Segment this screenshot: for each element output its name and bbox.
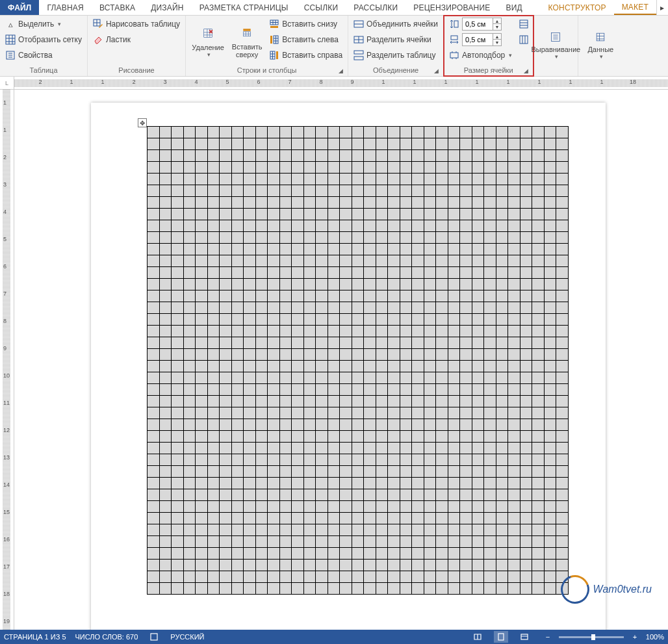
table-cell[interactable] [352,267,364,279]
table-cell[interactable] [544,255,556,267]
table-cell[interactable] [532,407,545,419]
table-cell[interactable] [448,466,460,478]
table-cell[interactable] [196,443,208,454]
table-cell[interactable] [520,372,532,384]
table-cell[interactable] [207,478,220,489]
table-cell[interactable] [364,162,376,174]
table-cell[interactable] [520,185,532,197]
table-cell[interactable] [220,489,232,501]
table-cell[interactable] [508,419,520,431]
table-cell[interactable] [484,302,496,314]
table-cell[interactable] [520,396,532,407]
table-cell[interactable] [220,466,232,478]
table-cell[interactable] [532,337,545,349]
table-cell[interactable] [268,197,280,209]
table-cell[interactable] [460,150,472,162]
table-cell[interactable] [196,372,208,384]
table-cell[interactable] [316,419,328,431]
table-cell[interactable] [183,384,196,396]
table-cell[interactable] [364,419,376,431]
table-cell[interactable] [207,174,220,185]
table-cell[interactable] [436,583,448,595]
table-cell[interactable] [460,337,472,349]
table-cell[interactable] [159,127,172,138]
table-cell[interactable] [448,419,460,431]
table-cell[interactable] [231,396,244,407]
table-cell[interactable] [364,174,376,185]
table-cell[interactable] [532,314,545,326]
table-cell[interactable] [508,232,520,244]
table-cell[interactable] [220,431,232,443]
table-cell[interactable] [220,513,232,524]
table-cell[interactable] [172,431,184,443]
table-cell[interactable] [388,244,400,255]
table-cell[interactable] [172,396,184,407]
table-cell[interactable] [316,150,328,162]
table-cell[interactable] [448,384,460,396]
table-cell[interactable] [544,384,556,396]
table-cell[interactable] [448,513,460,524]
tab-file[interactable]: ФАЙЛ [0,0,39,15]
table-cell[interactable] [303,279,316,290]
table-cell[interactable] [316,571,328,583]
table-cell[interactable] [303,419,316,431]
table-cell[interactable] [352,407,364,419]
table-cell[interactable] [255,326,268,337]
table-cell[interactable] [316,443,328,454]
table-cell[interactable] [448,138,460,150]
table-cell[interactable] [400,524,412,536]
table-cell[interactable] [544,150,556,162]
table-cell[interactable] [340,314,352,326]
table-cell[interactable] [436,267,448,279]
table-cell[interactable] [472,255,484,267]
table-cell[interactable] [183,185,196,197]
table-cell[interactable] [364,255,376,267]
table-cell[interactable] [316,384,328,396]
table-cell[interactable] [340,232,352,244]
page-area[interactable]: ✥ Wam0tvet.ru [14,90,668,630]
table-cell[interactable] [412,279,424,290]
table-cell[interactable] [460,583,472,595]
table-cell[interactable] [496,419,508,431]
table-cell[interactable] [340,209,352,220]
table-cell[interactable] [220,174,232,185]
table-cell[interactable] [268,232,280,244]
col-width-input[interactable] [462,33,493,46]
table-cell[interactable] [159,548,172,560]
table-cell[interactable] [376,524,388,536]
table-cell[interactable] [520,478,532,489]
table-cell[interactable] [508,267,520,279]
table-cell[interactable] [159,138,172,150]
table-cell[interactable] [376,443,388,454]
table-cell[interactable] [460,255,472,267]
table-cell[interactable] [231,478,244,489]
table-cell[interactable] [328,372,340,384]
table-cell[interactable] [448,571,460,583]
table-cell[interactable] [508,454,520,466]
table-cell[interactable] [279,548,292,560]
table-cell[interactable] [364,396,376,407]
table-cell[interactable] [448,407,460,419]
table-cell[interactable] [376,209,388,220]
table-cell[interactable] [448,244,460,255]
table-cell[interactable] [172,419,184,431]
table-cell[interactable] [544,314,556,326]
table-cell[interactable] [556,349,569,361]
table-cell[interactable] [303,501,316,513]
table-cell[interactable] [424,489,436,501]
table-cell[interactable] [172,162,184,174]
table-cell[interactable] [207,314,220,326]
table-cell[interactable] [183,302,196,314]
table-cell[interactable] [340,185,352,197]
table-cell[interactable] [412,162,424,174]
table-cell[interactable] [424,384,436,396]
table-cell[interactable] [448,560,460,571]
table-cell[interactable] [183,443,196,454]
table-cell[interactable] [292,185,304,197]
table-cell[interactable] [484,583,496,595]
table-cell[interactable] [436,560,448,571]
table-cell[interactable] [352,220,364,232]
table-cell[interactable] [303,384,316,396]
table-cell[interactable] [196,396,208,407]
table-cell[interactable] [352,162,364,174]
